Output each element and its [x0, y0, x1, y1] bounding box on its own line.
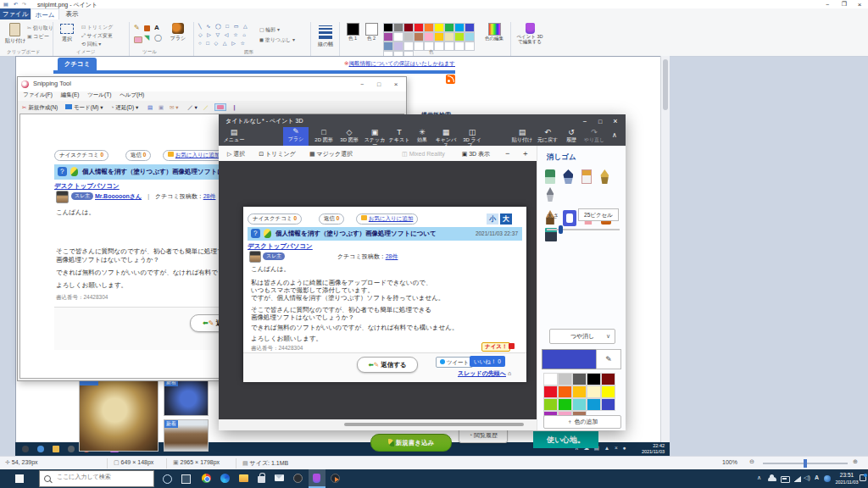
pen-tool-icon[interactable]: ／ ▾: [187, 104, 198, 110]
tab-home[interactable]: ホーム: [31, 8, 59, 19]
palette-color[interactable]: [434, 23, 444, 32]
new-snip-button[interactable]: ✂ 新規作成(N): [22, 104, 58, 110]
text-tool[interactable]: A: [154, 24, 159, 31]
highlighter-tool-icon[interactable]: ／: [203, 104, 209, 110]
delay-button[interactable]: ◔ 遅延(D) ▾: [110, 104, 138, 110]
marker-brush-icon[interactable]: [545, 169, 555, 184]
palette-empty[interactable]: [403, 42, 414, 51]
zoom-slider[interactable]: [763, 463, 848, 464]
shapes-grid-row3[interactable]: ○ □ ◇ △ ▷ ☆: [198, 40, 247, 46]
snipping-close-button[interactable]: ×: [389, 77, 403, 92]
palette-color[interactable]: [543, 385, 558, 398]
zoom-out-icon[interactable]: ⊖: [749, 458, 754, 465]
volume-icon[interactable]: ◁): [804, 474, 810, 481]
battery-icon[interactable]: [781, 476, 790, 483]
pencil-tool[interactable]: ✎: [134, 24, 140, 31]
eraser-tool-icon[interactable]: [214, 103, 226, 111]
paint-minimize-button[interactable]: −: [821, 0, 834, 8]
tweet-button[interactable]: ツイート: [436, 357, 473, 368]
palette-color[interactable]: [454, 23, 465, 32]
nav-undo[interactable]: ↶元に戻す: [536, 129, 559, 142]
app-circle-icon[interactable]: [293, 474, 303, 483]
color1-well[interactable]: 色 1: [344, 23, 361, 42]
movies-tv-icon[interactable]: [331, 474, 340, 483]
paint3d-close-button[interactable]: ×: [609, 116, 622, 126]
paint-close-button[interactable]: ×: [853, 0, 866, 8]
palette-empty[interactable]: [414, 42, 424, 51]
redo-icon[interactable]: ↷: [22, 1, 26, 7]
copy-snip-icon[interactable]: ▣: [159, 104, 164, 110]
edge-icon[interactable]: [220, 474, 230, 483]
start-button[interactable]: [0, 469, 39, 488]
palette-color[interactable]: [558, 398, 572, 411]
network-icon[interactable]: [793, 476, 801, 482]
thickness-slider[interactable]: [547, 229, 620, 230]
palette-color[interactable]: [572, 373, 587, 385]
palette-color[interactable]: [601, 385, 615, 398]
palette-color[interactable]: [454, 32, 465, 42]
menu-file[interactable]: ファイル(F): [23, 92, 53, 97]
palette-color[interactable]: [572, 398, 587, 411]
nav-3d-shapes[interactable]: ◇3D 図形: [337, 129, 361, 142]
nav-brush[interactable]: ✎ブラシ: [283, 127, 309, 147]
zoom-slider-thumb[interactable]: [804, 459, 807, 468]
magic-select-button[interactable]: ▦ マジック選択: [309, 151, 353, 157]
palette-color[interactable]: [587, 385, 601, 398]
palette-color[interactable]: [601, 398, 615, 411]
snipping-minimize-button[interactable]: −: [355, 77, 369, 92]
tray-chevron-icon[interactable]: ∧: [757, 474, 761, 481]
select-tool-button[interactable]: ▷ 選択: [227, 151, 245, 157]
palette-color[interactable]: [403, 32, 414, 42]
eyedropper-button[interactable]: ✎: [596, 349, 621, 369]
chrome-icon[interactable]: [202, 474, 211, 483]
zoom-out-button[interactable]: −: [505, 149, 509, 158]
page-scrollbar[interactable]: [660, 56, 670, 442]
taskbar-paint3d-active[interactable]: [309, 469, 326, 488]
palette-color[interactable]: [558, 385, 572, 398]
palette-color[interactable]: [424, 23, 434, 32]
palette-empty[interactable]: [444, 42, 454, 51]
cortana-icon[interactable]: [163, 474, 172, 484]
paint-save-icon[interactable]: ▤: [3, 1, 8, 7]
nav-menu[interactable]: ▤メニュー: [222, 129, 246, 142]
ime-icon[interactable]: A: [815, 474, 819, 480]
shape-fill-button[interactable]: ◼ 塗りつぶし ▾: [259, 36, 295, 44]
save-snip-icon[interactable]: ▤: [147, 104, 153, 110]
collapse-ribbon-icon[interactable]: ∧: [607, 132, 622, 140]
palette-color[interactable]: [403, 23, 414, 32]
watercolor-brush-icon[interactable]: [599, 169, 609, 184]
palette-color[interactable]: [444, 23, 454, 32]
ink-tool-icon[interactable]: ❙: [232, 104, 236, 110]
menu-help[interactable]: ヘルプ(H): [120, 92, 144, 97]
palette-color[interactable]: [383, 42, 393, 51]
palette-color[interactable]: [543, 373, 558, 385]
search-input[interactable]: [55, 473, 153, 480]
weather-dot-icon[interactable]: [824, 475, 831, 482]
palette-color[interactable]: [393, 23, 403, 32]
palette-color[interactable]: [601, 373, 615, 385]
edit-colors-button[interactable]: 色の編集: [483, 23, 505, 42]
shape-outline-button[interactable]: ▢ 輪郭 ▾: [259, 26, 280, 34]
photo-thumbnail-large[interactable]: [79, 376, 159, 452]
palette-color[interactable]: [572, 385, 587, 398]
color-picker-tool[interactable]: ◥: [144, 34, 149, 42]
mode-button[interactable]: モード(M) ▾: [65, 104, 103, 110]
fill-tool[interactable]: [144, 25, 150, 31]
reply-button[interactable]: ⬅✎ 返信する: [357, 357, 418, 373]
calligraphy-pen-icon[interactable]: [563, 169, 573, 184]
current-color-swatch[interactable]: [542, 349, 598, 369]
favorite-pill[interactable]: お気に入りに追加: [163, 150, 225, 161]
view-3d-button[interactable]: ▣ 3D 表示: [462, 151, 490, 157]
palette-color[interactable]: [434, 32, 444, 42]
magnifier-tool[interactable]: ◯: [154, 34, 162, 42]
palette-color[interactable]: [587, 373, 601, 385]
rotate-button[interactable]: ⟲ 回転 ▾: [81, 41, 101, 48]
file-explorer-icon[interactable]: [239, 474, 248, 482]
shapes-grid-row1[interactable]: ╲ ∿ ◯ □ ▭ △: [198, 23, 249, 29]
send-snip-icon[interactable]: ✉ ▾: [170, 104, 179, 110]
palette-color[interactable]: [414, 32, 424, 42]
task-view-icon[interactable]: [181, 474, 191, 484]
palette-color[interactable]: [543, 398, 558, 411]
zoom-in-button[interactable]: ＋: [521, 149, 529, 158]
paint3d-hscrollbar[interactable]: [219, 419, 537, 430]
